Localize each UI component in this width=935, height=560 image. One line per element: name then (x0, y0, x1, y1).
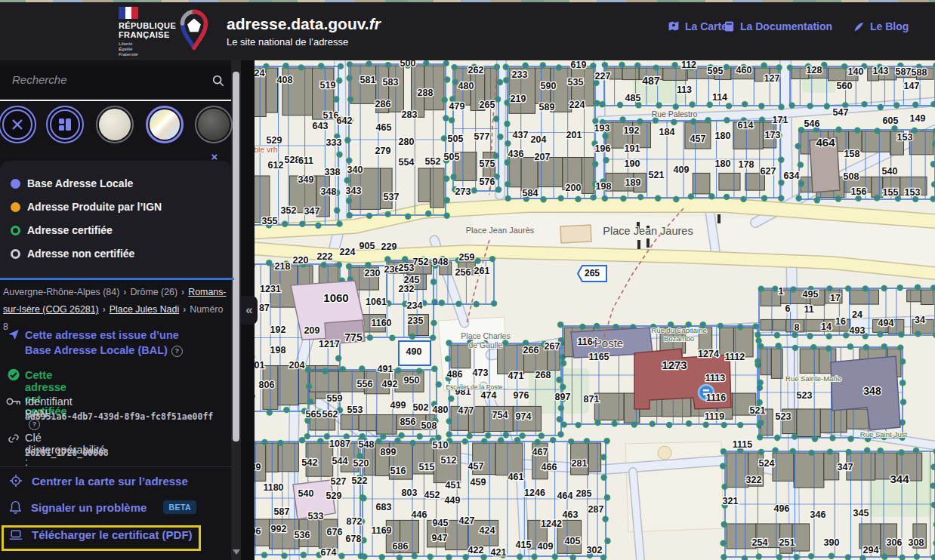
address-dot-core (668, 423, 671, 427)
address-dot-core (901, 360, 905, 364)
address-dot-core (657, 103, 661, 107)
address-dot-core (763, 196, 767, 200)
scrollbar-down-arrow[interactable] (233, 549, 240, 555)
parcel-number: 521 (750, 405, 766, 416)
address-dot-core (437, 383, 440, 386)
parcel-number: 245 (404, 275, 420, 285)
legend-item-noncertified: Adresse non certifiée (11, 248, 134, 260)
address-dot-core (263, 441, 267, 445)
parcel-number: 897 (555, 392, 571, 402)
nav-la-documentation[interactable]: La Documentation (724, 20, 832, 32)
download-certificate-button[interactable]: Télécharger le certificat (PDF) (9, 528, 193, 541)
interop-key-value[interactable]: 26281_1720_00008 (25, 448, 109, 458)
address-dot-core (428, 555, 432, 558)
building (589, 443, 601, 472)
parcel-number: 302 (587, 545, 603, 555)
parcel-number: 347 (838, 462, 853, 472)
layer-button-satellite[interactable] (195, 106, 233, 143)
address-dot-core (722, 450, 726, 454)
address-dot-core (452, 66, 456, 69)
address-dot-core (914, 198, 918, 202)
address-dot-core (562, 423, 566, 426)
address-dot-core (827, 346, 831, 350)
parcel-number: 583 (383, 77, 399, 88)
parcel-number: 87 (259, 303, 270, 313)
sidebar-scrollbar[interactable] (231, 60, 241, 560)
address-dot-core (762, 63, 766, 67)
address-dot-core (424, 61, 428, 65)
breadcrumb-item[interactable]: Place Jules Nadi (110, 304, 179, 315)
layer-button-osm-selected[interactable] (146, 106, 184, 143)
nav-le-blog[interactable]: Le Blog (853, 20, 909, 32)
parcel-number: 485 (625, 93, 641, 103)
address-dot-core (725, 118, 729, 122)
address-dot-core (594, 81, 598, 85)
address-dot-core (674, 105, 677, 109)
address-dot-core (418, 435, 421, 438)
map-label: Rue Saint-Just (860, 430, 908, 438)
parcel-number: 155 (883, 187, 899, 198)
map-canvas[interactable]: 8244085195165296436425283336116123493383… (242, 60, 935, 560)
address-dot-core (603, 197, 606, 201)
building (418, 168, 430, 202)
address-dot-core (539, 434, 543, 438)
parcel-number: 262 (468, 65, 484, 75)
building (521, 158, 538, 191)
building (794, 453, 824, 488)
sidebar-collapse-button[interactable]: « (241, 296, 258, 325)
ban-id-value[interactable]: ad8951a6-4db7-439d-8f9a-fc8f51ae00ff (25, 411, 229, 422)
parcel-number: 595 (708, 66, 724, 76)
parcel-number: 491 (378, 364, 393, 374)
address-dot-core (779, 158, 783, 162)
parcel-number: 1060 (323, 291, 348, 304)
address-dot-core (306, 368, 310, 371)
parcel-number: 344 (890, 472, 909, 485)
parcel-number: 287 (588, 504, 604, 515)
parcel-number: 467 (532, 447, 548, 457)
address-dot-core (397, 368, 400, 372)
address-dot-core (878, 449, 882, 453)
plan-thumbnail (99, 109, 131, 140)
parcel-number: 553 (347, 405, 363, 415)
parcel-number: 674 (321, 547, 337, 558)
address-dot-core (386, 257, 390, 261)
site-title[interactable]: adresse.data.gouv.fr Le site national de… (227, 15, 381, 48)
parcel-number: 322 (746, 475, 762, 485)
address-dot-core (604, 158, 608, 162)
parcel-number: 619 (571, 60, 587, 70)
scrollbar-thumb[interactable] (233, 72, 239, 442)
noncertified-swatch (11, 249, 20, 259)
parcel-number: 581 (360, 75, 376, 85)
layer-button-parcels[interactable] (46, 106, 84, 143)
address-dot-core (808, 104, 812, 108)
parcel-number: 508 (421, 420, 437, 431)
layer-button-plan[interactable] (96, 106, 134, 143)
address-dot-core (267, 261, 271, 265)
search-underline (0, 100, 231, 101)
parcel-number: 512 (441, 455, 457, 466)
parcel-number: 752 (413, 257, 429, 267)
help-icon[interactable]: ? (171, 346, 183, 357)
search-input[interactable] (11, 72, 202, 87)
parcel-number: 520 (353, 458, 369, 469)
legend-item-bal: Base Adresse Locale (11, 177, 133, 189)
address-dot-core (267, 411, 271, 414)
parcel-number: 236 (384, 264, 400, 275)
address-dot-core (338, 222, 341, 226)
address-dot-core (687, 422, 691, 426)
address-dot-core (447, 432, 451, 436)
parcel-number: 614 (738, 120, 754, 131)
poste-map-icon-bar (703, 389, 709, 391)
parcel-number: 803 (402, 488, 418, 498)
address-dot-core (654, 118, 658, 122)
layer-button-none[interactable] (0, 106, 36, 143)
satellite-thumbnail (198, 109, 230, 140)
nav-la-carte[interactable]: La Carte (668, 20, 727, 32)
search-icon[interactable] (211, 74, 225, 88)
parcel-number: 460 (736, 65, 752, 75)
parcel-number: 1087 (329, 438, 350, 449)
parcel-number: 502 (413, 402, 429, 413)
parcel-number: 480 (458, 81, 474, 91)
center-map-button[interactable]: Centrer la carte sur l’adresse (9, 474, 188, 488)
report-problem-button[interactable]: Signaler un problème BETA (9, 500, 196, 514)
